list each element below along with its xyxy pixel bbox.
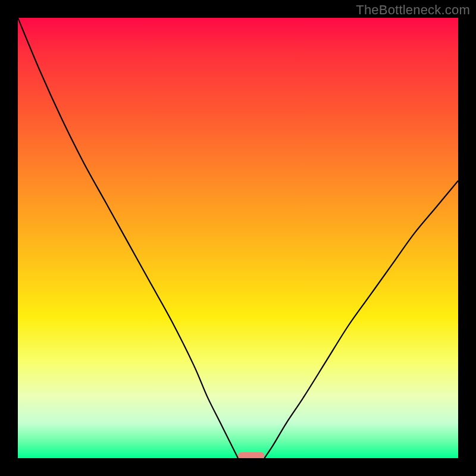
plot-area — [18, 18, 458, 458]
curve-right — [264, 181, 458, 458]
marker-pill — [238, 452, 264, 458]
plot-svg — [18, 18, 458, 458]
watermark-text: TheBottleneck.com — [356, 2, 470, 18]
curve-left — [18, 18, 238, 458]
chart-frame: TheBottleneck.com — [0, 0, 476, 476]
